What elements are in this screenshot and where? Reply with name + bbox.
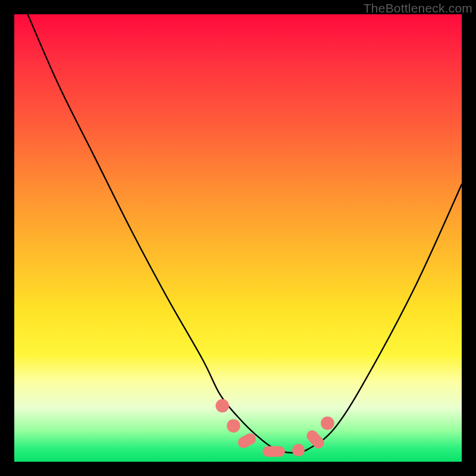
marker-pill (262, 446, 285, 457)
marker-dot (227, 419, 240, 433)
curve-line (28, 14, 462, 453)
plot-area (14, 14, 462, 462)
marker-dot (292, 444, 305, 456)
marker-dot (215, 399, 229, 413)
chart-stage: TheBottleneck.com (0, 0, 476, 476)
watermark-text: TheBottleneck.com (364, 1, 472, 15)
curve-markers (215, 399, 334, 457)
marker-dot (321, 416, 334, 430)
chart-overlay (14, 14, 462, 462)
